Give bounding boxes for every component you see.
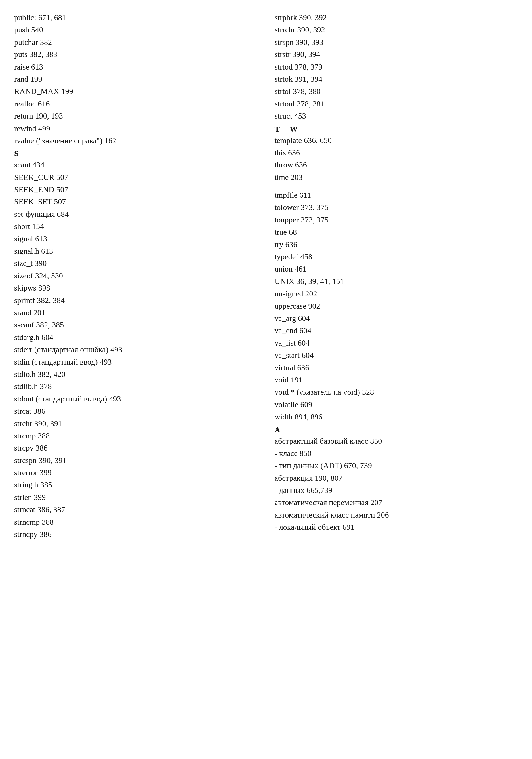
index-entry: va_end 604 bbox=[275, 324, 518, 337]
index-entry: signal 613 bbox=[14, 233, 258, 245]
index-entry: void * (указатель на void) 328 bbox=[275, 386, 518, 398]
index-entry: puts 382, 383 bbox=[14, 48, 258, 60]
index-entry: va_start 604 bbox=[275, 349, 518, 361]
index-entry: va_list 604 bbox=[275, 337, 518, 349]
index-entry: return 190, 193 bbox=[14, 110, 258, 122]
index-entry: strtok 391, 394 bbox=[275, 73, 518, 85]
index-entry: srand 201 bbox=[14, 306, 258, 319]
index-entry: virtual 636 bbox=[275, 361, 518, 374]
index-entry: unsigned 202 bbox=[275, 287, 518, 300]
index-entry: size_t 390 bbox=[14, 257, 258, 269]
index-entry: try 636 bbox=[275, 238, 518, 251]
section-header: T— W bbox=[275, 125, 518, 134]
index-entry: public: 671, 681 bbox=[14, 11, 258, 23]
index-entry: - данных 665,739 bbox=[275, 484, 518, 496]
index-entry: strcat 386 bbox=[14, 405, 258, 417]
index-columns: public: 671, 681push 540putchar 382puts … bbox=[14, 11, 518, 540]
index-entry: tmpfile 611 bbox=[275, 189, 518, 201]
index-entry: автоматический класс памяти 206 bbox=[275, 509, 518, 521]
index-entry: va_arg 604 bbox=[275, 312, 518, 324]
index-entry: SEEK_SET 507 bbox=[14, 195, 258, 208]
index-entry: stdarg.h 604 bbox=[14, 331, 258, 343]
index-entry: strrchr 390, 392 bbox=[275, 23, 518, 36]
index-entry: strchr 390, 391 bbox=[14, 418, 258, 429]
index-entry: - локальный объект 691 bbox=[275, 521, 518, 533]
index-entry: toupper 373, 375 bbox=[275, 214, 518, 226]
index-entry: strcmp 388 bbox=[14, 429, 258, 442]
index-entry: scant 434 bbox=[14, 159, 258, 171]
index-entry: strstr 390, 394 bbox=[275, 48, 518, 60]
index-entry: stdlib.h 378 bbox=[14, 380, 258, 392]
index-entry: stdio.h 382, 420 bbox=[14, 368, 258, 380]
index-entry: strlen 399 bbox=[14, 491, 258, 503]
index-entry: realloc 616 bbox=[14, 98, 258, 110]
index-entry: абстракция 190, 807 bbox=[275, 472, 518, 484]
index-entry: strtod 378, 379 bbox=[275, 61, 518, 73]
index-entry: strtol 378, 380 bbox=[275, 85, 518, 97]
index-entry: tolower 373, 375 bbox=[275, 201, 518, 213]
index-entry: - класс 850 bbox=[275, 447, 518, 459]
index-entry: skipws 898 bbox=[14, 282, 258, 294]
spacer bbox=[275, 183, 518, 189]
section-header: А bbox=[275, 425, 518, 434]
index-entry: string.h 385 bbox=[14, 479, 258, 491]
index-entry: strerror 399 bbox=[14, 466, 258, 479]
index-entry: SEEK_CUR 507 bbox=[14, 171, 258, 183]
index-entry: sscanf 382, 385 bbox=[14, 319, 258, 331]
index-entry: throw 636 bbox=[275, 159, 518, 171]
index-entry: uppercase 902 bbox=[275, 300, 518, 312]
index-entry: set-функция 684 bbox=[14, 208, 258, 220]
index-entry: width 894, 896 bbox=[275, 411, 518, 423]
index-entry: strspn 390, 393 bbox=[275, 36, 518, 48]
left-column: public: 671, 681push 540putchar 382puts … bbox=[14, 11, 258, 540]
index-entry: strncmp 388 bbox=[14, 516, 258, 528]
index-entry: void 191 bbox=[275, 374, 518, 386]
index-entry: абстрактный базовый класс 850 bbox=[275, 435, 518, 447]
index-entry: stdin (стандартный ввод) 493 bbox=[14, 356, 258, 368]
index-entry: true 68 bbox=[275, 226, 518, 238]
index-entry: signal.h 613 bbox=[14, 245, 258, 257]
index-entry: short 154 bbox=[14, 220, 258, 232]
index-entry: автоматическая переменная 207 bbox=[275, 496, 518, 508]
index-entry: sprintf 382, 384 bbox=[14, 294, 258, 306]
section-header: S bbox=[14, 149, 258, 158]
index-entry: sizeof 324, 530 bbox=[14, 269, 258, 282]
index-entry: putchar 382 bbox=[14, 36, 258, 48]
index-entry: union 461 bbox=[275, 263, 518, 275]
index-entry: strcpy 386 bbox=[14, 442, 258, 454]
index-entry: strpbrk 390, 392 bbox=[275, 11, 518, 23]
index-entry: stderr (стандартная ошибка) 493 bbox=[14, 343, 258, 355]
index-entry: - тип данных (ADT) 670, 739 bbox=[275, 459, 518, 472]
index-entry: struct 453 bbox=[275, 110, 518, 122]
index-entry: time 203 bbox=[275, 171, 518, 183]
index-entry: UNIX 36, 39, 41, 151 bbox=[275, 275, 518, 287]
index-entry: strcspn 390, 391 bbox=[14, 454, 258, 466]
index-entry: raise 613 bbox=[14, 61, 258, 73]
index-entry: RAND_MAX 199 bbox=[14, 85, 258, 97]
index-entry: strncpy 386 bbox=[14, 528, 258, 540]
index-entry: volatile 609 bbox=[275, 398, 518, 411]
index-entry: stdout (стандартный вывод) 493 bbox=[14, 393, 258, 405]
index-entry: push 540 bbox=[14, 23, 258, 36]
index-entry: strncat 386, 387 bbox=[14, 503, 258, 516]
index-entry: strtoul 378, 381 bbox=[275, 98, 518, 110]
index-entry: rand 199 bbox=[14, 73, 258, 85]
index-entry: template 636, 650 bbox=[275, 134, 518, 146]
index-entry: rewind 499 bbox=[14, 122, 258, 135]
right-column: strpbrk 390, 392strrchr 390, 392strspn 3… bbox=[275, 11, 518, 534]
index-entry: rvalue ("значение справа") 162 bbox=[14, 135, 258, 147]
index-entry: typedef 458 bbox=[275, 251, 518, 263]
index-entry: this 636 bbox=[275, 146, 518, 159]
index-entry: SEEK_END 507 bbox=[14, 183, 258, 195]
